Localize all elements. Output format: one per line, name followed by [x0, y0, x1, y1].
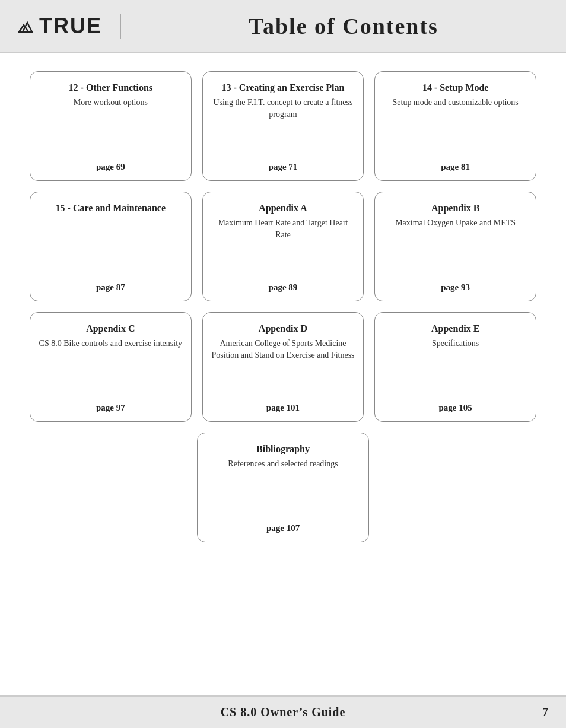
card-15-care-maintenance: 15 - Care and Maintenance page 87	[30, 192, 192, 301]
card-desc: References and selected readings	[228, 458, 338, 470]
card-appendix-e: Appendix E Specifications page 105	[374, 312, 536, 422]
card-title: Appendix E	[431, 323, 479, 334]
logo-text: TRUE	[39, 14, 102, 39]
card-13-exercise-plan: 13 - Creating an Exercise Plan Using the…	[202, 71, 364, 181]
card-appendix-a: Appendix A Maximum Heart Rate and Target…	[202, 192, 364, 301]
card-body: Appendix C CS 8.0 Bike controls and exer…	[39, 323, 183, 395]
card-page: page 97	[39, 403, 183, 413]
card-desc: Specifications	[432, 338, 479, 349]
card-body: 15 - Care and Maintenance	[39, 203, 183, 274]
card-page: page 105	[383, 403, 527, 413]
card-page: page 81	[383, 162, 527, 172]
card-body: 14 - Setup Mode Setup mode and customiza…	[383, 82, 527, 154]
card-title: Appendix C	[86, 323, 135, 334]
card-page: page 93	[383, 282, 527, 293]
card-page: page 87	[39, 282, 183, 293]
card-14-setup-mode: 14 - Setup Mode Setup mode and customiza…	[374, 71, 536, 181]
card-title: 15 - Care and Maintenance	[56, 203, 166, 214]
card-title: Appendix A	[259, 203, 307, 214]
card-desc: Maximum Heart Rate and Target Heart Rate	[211, 217, 355, 240]
card-title: 13 - Creating an Exercise Plan	[222, 82, 345, 93]
page-title: Table of Contents	[139, 13, 548, 39]
cards-row-1: 12 - Other Functions More workout option…	[30, 71, 536, 181]
card-page: page 107	[206, 523, 361, 533]
card-title: Appendix D	[259, 323, 307, 334]
card-desc: American College of Sports Medicine Posi…	[211, 338, 355, 361]
card-title: 14 - Setup Mode	[422, 82, 489, 93]
card-page: page 89	[211, 282, 355, 293]
card-title: 12 - Other Functions	[69, 82, 152, 93]
card-appendix-c: Appendix C CS 8.0 Bike controls and exer…	[30, 312, 192, 422]
card-desc: Setup mode and customizable options	[393, 97, 519, 109]
logo-area: TRUE	[18, 14, 121, 39]
card-appendix-b: Appendix B Maximal Oxygen Upake and METS…	[374, 192, 536, 301]
card-body: Appendix B Maximal Oxygen Upake and METS	[383, 203, 527, 274]
card-body: 12 - Other Functions More workout option…	[39, 82, 183, 154]
footer-page-number: 7	[542, 705, 548, 719]
cards-row-3: Appendix C CS 8.0 Bike controls and exer…	[30, 312, 536, 422]
card-body: Appendix E Specifications	[383, 323, 527, 395]
page-footer: CS 8.0 Owner’s Guide 7	[0, 695, 566, 728]
main-content: 12 - Other Functions More workout option…	[0, 53, 566, 566]
card-title: Appendix B	[431, 203, 479, 214]
card-body: Appendix A Maximum Heart Rate and Target…	[211, 203, 355, 274]
cards-row-bottom: Bibliography References and selected rea…	[30, 433, 536, 542]
card-page: page 69	[39, 162, 183, 172]
cards-row-2: 15 - Care and Maintenance page 87 Append…	[30, 192, 536, 301]
page-header: TRUE Table of Contents	[0, 0, 566, 53]
card-body: Bibliography References and selected rea…	[206, 444, 361, 515]
card-desc: Using the F.I.T. concept to create a fit…	[211, 97, 355, 120]
card-bibliography: Bibliography References and selected rea…	[197, 433, 370, 542]
logo: TRUE	[18, 14, 102, 39]
card-desc: Maximal Oxygen Upake and METS	[395, 217, 516, 229]
card-body: 13 - Creating an Exercise Plan Using the…	[211, 82, 355, 154]
card-desc: More workout options	[74, 97, 148, 109]
card-12-other-functions: 12 - Other Functions More workout option…	[30, 71, 192, 181]
card-title: Bibliography	[256, 444, 310, 454]
card-desc: CS 8.0 Bike controls and exercise intens…	[39, 338, 182, 349]
card-page: page 101	[211, 403, 355, 413]
card-page: page 71	[211, 162, 355, 172]
card-body: Appendix D American College of Sports Me…	[211, 323, 355, 395]
footer-title: CS 8.0 Owner’s Guide	[18, 705, 548, 719]
card-appendix-d: Appendix D American College of Sports Me…	[202, 312, 364, 422]
mountain-icon	[18, 18, 37, 34]
